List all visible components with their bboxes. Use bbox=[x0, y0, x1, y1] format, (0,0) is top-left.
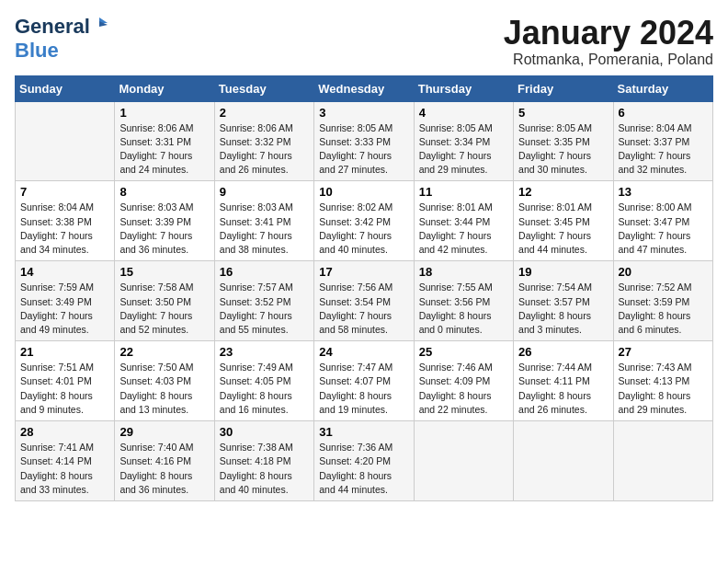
day-header-thursday: Thursday bbox=[414, 75, 513, 101]
day-info: Sunrise: 7:47 AM Sunset: 4:07 PM Dayligh… bbox=[319, 361, 408, 417]
day-info: Sunrise: 7:55 AM Sunset: 3:56 PM Dayligh… bbox=[419, 281, 508, 337]
day-info: Sunrise: 8:06 AM Sunset: 3:32 PM Dayligh… bbox=[220, 121, 309, 178]
day-header-tuesday: Tuesday bbox=[214, 75, 313, 101]
day-info: Sunrise: 7:51 AM Sunset: 4:01 PM Dayligh… bbox=[20, 361, 109, 417]
calendar-cell: 31Sunrise: 7:36 AM Sunset: 4:20 PM Dayli… bbox=[314, 421, 414, 501]
calendar-cell: 24Sunrise: 7:47 AM Sunset: 4:07 PM Dayli… bbox=[314, 341, 414, 421]
day-number: 9 bbox=[220, 185, 309, 199]
calendar-cell: 17Sunrise: 7:56 AM Sunset: 3:54 PM Dayli… bbox=[314, 261, 414, 341]
day-info: Sunrise: 8:01 AM Sunset: 3:44 PM Dayligh… bbox=[419, 201, 508, 257]
calendar-cell: 11Sunrise: 8:01 AM Sunset: 3:44 PM Dayli… bbox=[414, 181, 513, 261]
day-number: 2 bbox=[220, 106, 309, 120]
title-block: January 2024 Rotmanka, Pomerania, Poland bbox=[504, 15, 713, 68]
day-header-monday: Monday bbox=[115, 75, 214, 101]
day-number: 16 bbox=[220, 265, 309, 279]
day-info: Sunrise: 7:49 AM Sunset: 4:05 PM Dayligh… bbox=[220, 361, 309, 417]
calendar-cell: 30Sunrise: 7:38 AM Sunset: 4:18 PM Dayli… bbox=[214, 421, 313, 501]
calendar-cell: 3Sunrise: 8:05 AM Sunset: 3:33 PM Daylig… bbox=[314, 101, 414, 181]
day-number: 21 bbox=[20, 345, 109, 359]
calendar-cell: 25Sunrise: 7:46 AM Sunset: 4:09 PM Dayli… bbox=[414, 341, 513, 421]
day-info: Sunrise: 7:38 AM Sunset: 4:18 PM Dayligh… bbox=[220, 441, 309, 497]
week-row-1: 1Sunrise: 8:06 AM Sunset: 3:31 PM Daylig… bbox=[16, 101, 713, 181]
day-number: 27 bbox=[619, 345, 708, 359]
day-info: Sunrise: 8:03 AM Sunset: 3:39 PM Dayligh… bbox=[119, 201, 209, 257]
calendar-cell: 20Sunrise: 7:52 AM Sunset: 3:59 PM Dayli… bbox=[613, 261, 712, 341]
day-info: Sunrise: 8:05 AM Sunset: 3:35 PM Dayligh… bbox=[518, 121, 608, 178]
calendar-cell: 5Sunrise: 8:05 AM Sunset: 3:35 PM Daylig… bbox=[514, 101, 613, 181]
calendar-cell: 7Sunrise: 8:04 AM Sunset: 3:38 PM Daylig… bbox=[16, 181, 115, 261]
day-number: 4 bbox=[419, 106, 508, 120]
calendar-cell: 1Sunrise: 8:06 AM Sunset: 3:31 PM Daylig… bbox=[115, 101, 214, 181]
day-info: Sunrise: 7:56 AM Sunset: 3:54 PM Dayligh… bbox=[319, 281, 408, 337]
week-row-3: 14Sunrise: 7:59 AM Sunset: 3:49 PM Dayli… bbox=[16, 261, 713, 341]
day-number: 6 bbox=[619, 106, 708, 120]
header: General Blue January 2024 Rotmanka, Pome… bbox=[15, 15, 713, 68]
logo: General Blue bbox=[15, 15, 108, 63]
location-subtitle: Rotmanka, Pomerania, Poland bbox=[504, 52, 713, 68]
calendar-cell: 10Sunrise: 8:02 AM Sunset: 3:42 PM Dayli… bbox=[314, 181, 414, 261]
calendar-cell bbox=[514, 421, 613, 501]
calendar-cell bbox=[16, 101, 115, 181]
calendar-cell bbox=[414, 421, 513, 501]
month-title: January 2024 bbox=[504, 15, 713, 52]
day-number: 15 bbox=[119, 265, 209, 279]
calendar-cell: 12Sunrise: 8:01 AM Sunset: 3:45 PM Dayli… bbox=[514, 181, 613, 261]
day-number: 8 bbox=[119, 185, 209, 199]
day-info: Sunrise: 8:06 AM Sunset: 3:31 PM Dayligh… bbox=[119, 121, 209, 178]
calendar-cell: 14Sunrise: 7:59 AM Sunset: 3:49 PM Dayli… bbox=[16, 261, 115, 341]
day-number: 1 bbox=[119, 106, 209, 120]
day-info: Sunrise: 7:57 AM Sunset: 3:52 PM Dayligh… bbox=[220, 281, 309, 337]
calendar-cell: 15Sunrise: 7:58 AM Sunset: 3:50 PM Dayli… bbox=[115, 261, 214, 341]
calendar-cell: 18Sunrise: 7:55 AM Sunset: 3:56 PM Dayli… bbox=[414, 261, 513, 341]
day-info: Sunrise: 8:05 AM Sunset: 3:33 PM Dayligh… bbox=[319, 121, 408, 178]
day-info: Sunrise: 8:05 AM Sunset: 3:34 PM Dayligh… bbox=[419, 121, 508, 178]
day-info: Sunrise: 8:04 AM Sunset: 3:37 PM Dayligh… bbox=[619, 121, 708, 178]
day-info: Sunrise: 7:44 AM Sunset: 4:11 PM Dayligh… bbox=[518, 361, 608, 417]
day-number: 11 bbox=[419, 185, 508, 199]
calendar-cell: 29Sunrise: 7:40 AM Sunset: 4:16 PM Dayli… bbox=[115, 421, 214, 501]
day-number: 5 bbox=[518, 106, 608, 120]
day-number: 30 bbox=[220, 425, 309, 439]
calendar-cell: 28Sunrise: 7:41 AM Sunset: 4:14 PM Dayli… bbox=[16, 421, 115, 501]
day-number: 12 bbox=[518, 185, 608, 199]
day-info: Sunrise: 8:01 AM Sunset: 3:45 PM Dayligh… bbox=[518, 201, 608, 257]
day-info: Sunrise: 7:40 AM Sunset: 4:16 PM Dayligh… bbox=[119, 441, 209, 497]
logo-bird-icon bbox=[91, 16, 108, 32]
day-number: 28 bbox=[20, 425, 109, 439]
day-number: 20 bbox=[619, 265, 708, 279]
day-info: Sunrise: 7:43 AM Sunset: 4:13 PM Dayligh… bbox=[619, 361, 708, 417]
header-row: SundayMondayTuesdayWednesdayThursdayFrid… bbox=[16, 75, 713, 101]
day-info: Sunrise: 7:46 AM Sunset: 4:09 PM Dayligh… bbox=[419, 361, 508, 417]
day-number: 10 bbox=[319, 185, 408, 199]
calendar-cell: 8Sunrise: 8:03 AM Sunset: 3:39 PM Daylig… bbox=[115, 181, 214, 261]
day-header-friday: Friday bbox=[514, 75, 613, 101]
day-number: 23 bbox=[220, 345, 309, 359]
day-info: Sunrise: 7:59 AM Sunset: 3:49 PM Dayligh… bbox=[20, 281, 109, 337]
day-number: 31 bbox=[319, 425, 408, 439]
day-info: Sunrise: 8:04 AM Sunset: 3:38 PM Dayligh… bbox=[20, 201, 109, 257]
calendar-table: SundayMondayTuesdayWednesdayThursdayFrid… bbox=[15, 75, 713, 501]
day-info: Sunrise: 7:52 AM Sunset: 3:59 PM Dayligh… bbox=[619, 281, 708, 337]
day-number: 13 bbox=[619, 185, 708, 199]
calendar-cell: 19Sunrise: 7:54 AM Sunset: 3:57 PM Dayli… bbox=[514, 261, 613, 341]
day-number: 19 bbox=[518, 265, 608, 279]
day-info: Sunrise: 7:50 AM Sunset: 4:03 PM Dayligh… bbox=[119, 361, 209, 417]
day-number: 7 bbox=[20, 185, 109, 199]
day-info: Sunrise: 8:02 AM Sunset: 3:42 PM Dayligh… bbox=[319, 201, 408, 257]
day-number: 22 bbox=[119, 345, 209, 359]
calendar-cell: 2Sunrise: 8:06 AM Sunset: 3:32 PM Daylig… bbox=[214, 101, 313, 181]
day-number: 25 bbox=[419, 345, 508, 359]
calendar-cell: 23Sunrise: 7:49 AM Sunset: 4:05 PM Dayli… bbox=[214, 341, 313, 421]
day-info: Sunrise: 7:36 AM Sunset: 4:20 PM Dayligh… bbox=[319, 441, 408, 497]
day-info: Sunrise: 7:54 AM Sunset: 3:57 PM Dayligh… bbox=[518, 281, 608, 337]
day-info: Sunrise: 7:41 AM Sunset: 4:14 PM Dayligh… bbox=[20, 441, 109, 497]
calendar-cell: 26Sunrise: 7:44 AM Sunset: 4:11 PM Dayli… bbox=[514, 341, 613, 421]
day-header-saturday: Saturday bbox=[613, 75, 712, 101]
day-number: 17 bbox=[319, 265, 408, 279]
week-row-4: 21Sunrise: 7:51 AM Sunset: 4:01 PM Dayli… bbox=[16, 341, 713, 421]
week-row-5: 28Sunrise: 7:41 AM Sunset: 4:14 PM Dayli… bbox=[16, 421, 713, 501]
calendar-cell: 9Sunrise: 8:03 AM Sunset: 3:41 PM Daylig… bbox=[214, 181, 313, 261]
calendar-cell: 6Sunrise: 8:04 AM Sunset: 3:37 PM Daylig… bbox=[613, 101, 712, 181]
day-number: 3 bbox=[319, 106, 408, 120]
calendar-cell: 16Sunrise: 7:57 AM Sunset: 3:52 PM Dayli… bbox=[214, 261, 313, 341]
